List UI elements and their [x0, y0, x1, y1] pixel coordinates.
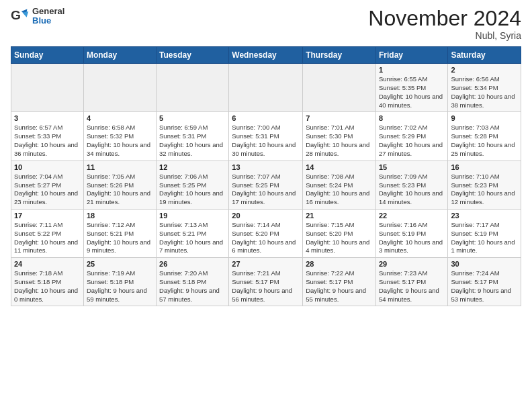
day-info: Sunrise: 7:13 AM Sunset: 5:21 PM Dayligh…: [159, 221, 226, 255]
calendar-week-row: 24Sunrise: 7:18 AM Sunset: 5:18 PM Dayli…: [11, 258, 521, 306]
calendar-cell: 1Sunrise: 6:55 AM Sunset: 5:35 PM Daylig…: [375, 64, 447, 112]
logo-general-text: General: [32, 7, 64, 16]
day-info: Sunrise: 7:08 AM Sunset: 5:24 PM Dayligh…: [306, 173, 373, 207]
calendar-table: SundayMondayTuesdayWednesdayThursdayFrid…: [11, 46, 521, 306]
day-number: 21: [306, 212, 373, 220]
calendar-cell: 8Sunrise: 7:02 AM Sunset: 5:29 PM Daylig…: [375, 112, 447, 161]
day-number: 12: [159, 163, 226, 171]
day-number: 20: [232, 212, 300, 220]
day-info: Sunrise: 7:04 AM Sunset: 5:27 PM Dayligh…: [14, 173, 81, 207]
calendar-cell: [83, 64, 156, 112]
title-month: November 2024: [368, 7, 521, 30]
day-number: 27: [232, 260, 300, 268]
day-number: 22: [379, 212, 445, 220]
day-info: Sunrise: 7:01 AM Sunset: 5:30 PM Dayligh…: [306, 124, 373, 158]
day-number: 4: [87, 114, 153, 122]
day-number: 26: [159, 260, 226, 268]
day-number: 8: [379, 114, 445, 122]
day-info: Sunrise: 6:58 AM Sunset: 5:32 PM Dayligh…: [87, 124, 153, 158]
calendar-cell: 17Sunrise: 7:11 AM Sunset: 5:22 PM Dayli…: [11, 209, 84, 257]
logo: G General Blue: [11, 7, 64, 26]
day-info: Sunrise: 7:03 AM Sunset: 5:28 PM Dayligh…: [451, 124, 518, 158]
day-info: Sunrise: 7:24 AM Sunset: 5:17 PM Dayligh…: [451, 269, 518, 304]
day-info: Sunrise: 7:10 AM Sunset: 5:23 PM Dayligh…: [451, 173, 518, 207]
calendar-cell: 26Sunrise: 7:20 AM Sunset: 5:18 PM Dayli…: [157, 258, 229, 306]
day-info: Sunrise: 7:15 AM Sunset: 5:20 PM Dayligh…: [306, 221, 373, 255]
weekday-header: Monday: [83, 47, 156, 64]
weekday-header: Tuesday: [157, 47, 229, 64]
weekday-header: Saturday: [448, 47, 521, 64]
title-location: Nubl, Syria: [368, 30, 521, 41]
weekday-header: Sunday: [11, 47, 84, 64]
calendar-cell: 22Sunrise: 7:16 AM Sunset: 5:19 PM Dayli…: [375, 209, 447, 257]
day-number: 23: [451, 212, 518, 220]
calendar-week-row: 1Sunrise: 6:55 AM Sunset: 5:35 PM Daylig…: [11, 64, 521, 112]
calendar-cell: 13Sunrise: 7:07 AM Sunset: 5:25 PM Dayli…: [229, 161, 303, 209]
day-number: 24: [14, 260, 81, 268]
day-number: 13: [232, 163, 300, 171]
calendar-cell: 24Sunrise: 7:18 AM Sunset: 5:18 PM Dayli…: [11, 258, 84, 306]
day-number: 14: [306, 163, 373, 171]
calendar-cell: 27Sunrise: 7:21 AM Sunset: 5:17 PM Dayli…: [229, 258, 303, 306]
day-number: 25: [87, 260, 153, 268]
calendar-cell: 6Sunrise: 7:00 AM Sunset: 5:31 PM Daylig…: [229, 112, 303, 161]
day-info: Sunrise: 7:12 AM Sunset: 5:21 PM Dayligh…: [87, 221, 153, 255]
day-number: 7: [306, 114, 373, 122]
day-number: 30: [451, 260, 518, 268]
calendar-week-row: 3Sunrise: 6:57 AM Sunset: 5:33 PM Daylig…: [11, 112, 521, 161]
day-number: 28: [306, 260, 373, 268]
day-number: 1: [379, 66, 445, 74]
day-info: Sunrise: 7:07 AM Sunset: 5:25 PM Dayligh…: [232, 173, 300, 207]
title-block: November 2024 Nubl, Syria: [368, 7, 521, 41]
day-info: Sunrise: 7:22 AM Sunset: 5:17 PM Dayligh…: [306, 269, 373, 304]
calendar-cell: 7Sunrise: 7:01 AM Sunset: 5:30 PM Daylig…: [303, 112, 376, 161]
calendar-cell: 5Sunrise: 6:59 AM Sunset: 5:31 PM Daylig…: [157, 112, 229, 161]
page: G General Blue November 2024 Nubl, Syria…: [0, 0, 532, 317]
calendar-cell: 21Sunrise: 7:15 AM Sunset: 5:20 PM Dayli…: [303, 209, 376, 257]
day-number: 3: [14, 114, 81, 122]
calendar-cell: 11Sunrise: 7:05 AM Sunset: 5:26 PM Dayli…: [83, 161, 156, 209]
logo-blue-text: Blue: [32, 16, 64, 26]
day-number: 11: [87, 163, 153, 171]
calendar-week-row: 17Sunrise: 7:11 AM Sunset: 5:22 PM Dayli…: [11, 209, 521, 257]
day-info: Sunrise: 7:09 AM Sunset: 5:23 PM Dayligh…: [379, 173, 445, 207]
day-info: Sunrise: 7:14 AM Sunset: 5:20 PM Dayligh…: [232, 221, 300, 255]
calendar-cell: 15Sunrise: 7:09 AM Sunset: 5:23 PM Dayli…: [375, 161, 447, 209]
calendar-cell: 30Sunrise: 7:24 AM Sunset: 5:17 PM Dayli…: [448, 258, 521, 306]
day-info: Sunrise: 6:55 AM Sunset: 5:35 PM Dayligh…: [379, 75, 445, 109]
calendar-cell: 4Sunrise: 6:58 AM Sunset: 5:32 PM Daylig…: [83, 112, 156, 161]
calendar-cell: 12Sunrise: 7:06 AM Sunset: 5:25 PM Dayli…: [157, 161, 229, 209]
calendar-week-row: 10Sunrise: 7:04 AM Sunset: 5:27 PM Dayli…: [11, 161, 521, 209]
weekday-header: Friday: [375, 47, 447, 64]
weekday-header: Wednesday: [229, 47, 303, 64]
day-number: 29: [379, 260, 445, 268]
day-info: Sunrise: 7:16 AM Sunset: 5:19 PM Dayligh…: [379, 221, 445, 255]
calendar-cell: 29Sunrise: 7:23 AM Sunset: 5:17 PM Dayli…: [375, 258, 447, 306]
day-number: 16: [451, 163, 518, 171]
calendar-cell: 14Sunrise: 7:08 AM Sunset: 5:24 PM Dayli…: [303, 161, 376, 209]
day-number: 6: [232, 114, 300, 122]
day-info: Sunrise: 7:21 AM Sunset: 5:17 PM Dayligh…: [232, 269, 300, 304]
day-info: Sunrise: 6:57 AM Sunset: 5:33 PM Dayligh…: [14, 124, 81, 158]
calendar-cell: 9Sunrise: 7:03 AM Sunset: 5:28 PM Daylig…: [448, 112, 521, 161]
day-number: 17: [14, 212, 81, 220]
calendar-cell: [157, 64, 229, 112]
calendar-cell: 23Sunrise: 7:17 AM Sunset: 5:19 PM Dayli…: [448, 209, 521, 257]
day-number: 19: [159, 212, 226, 220]
day-info: Sunrise: 6:59 AM Sunset: 5:31 PM Dayligh…: [159, 124, 226, 158]
day-info: Sunrise: 7:19 AM Sunset: 5:18 PM Dayligh…: [87, 269, 153, 304]
day-number: 2: [451, 66, 518, 74]
day-number: 15: [379, 163, 445, 171]
calendar-cell: [303, 64, 376, 112]
day-info: Sunrise: 6:56 AM Sunset: 5:34 PM Dayligh…: [451, 75, 518, 109]
calendar-cell: 18Sunrise: 7:12 AM Sunset: 5:21 PM Dayli…: [83, 209, 156, 257]
calendar-cell: 2Sunrise: 6:56 AM Sunset: 5:34 PM Daylig…: [448, 64, 521, 112]
calendar-cell: [229, 64, 303, 112]
logo-text: General Blue: [32, 7, 64, 26]
weekday-header: Thursday: [303, 47, 376, 64]
calendar-cell: [11, 64, 84, 112]
calendar-cell: 28Sunrise: 7:22 AM Sunset: 5:17 PM Dayli…: [303, 258, 376, 306]
calendar-cell: 19Sunrise: 7:13 AM Sunset: 5:21 PM Dayli…: [157, 209, 229, 257]
day-info: Sunrise: 7:02 AM Sunset: 5:29 PM Dayligh…: [379, 124, 445, 158]
calendar-cell: 25Sunrise: 7:19 AM Sunset: 5:18 PM Dayli…: [83, 258, 156, 306]
